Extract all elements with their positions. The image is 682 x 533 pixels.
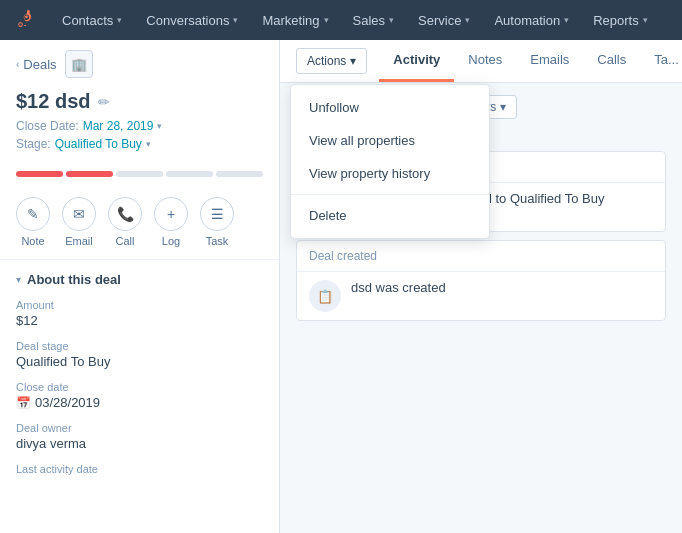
pipeline-step-1 — [16, 171, 63, 177]
close-date-prop-label: Close date — [16, 381, 263, 393]
nav-reports[interactable]: Reports ▾ — [583, 0, 658, 40]
close-date-value[interactable]: Mar 28, 2019 — [83, 119, 154, 133]
close-date-prop-text: 03/28/2019 — [35, 395, 100, 410]
deal-title-section: $12 dsd ✏ Close Date: Mar 28, 2019 ▾ Sta… — [0, 86, 279, 167]
left-panel: ‹ Deals 🏢 $12 dsd ✏ Close Date: Mar 28, … — [0, 40, 280, 533]
dropdown-divider — [291, 194, 489, 195]
actions-label: Actions — [307, 54, 346, 68]
main-layout: ‹ Deals 🏢 $12 dsd ✏ Close Date: Mar 28, … — [0, 40, 682, 533]
actions-button[interactable]: Actions ▾ — [296, 48, 367, 74]
call-button[interactable]: 📞 Call — [108, 197, 142, 247]
nav-service-chevron: ▾ — [465, 15, 470, 25]
calendar-icon: 📅 — [16, 396, 31, 410]
task-button[interactable]: ☰ Task — [200, 197, 234, 247]
users-chevron: ▾ — [500, 100, 506, 114]
note-icon: ✎ — [16, 197, 50, 231]
log-label: Log — [162, 235, 180, 247]
call-label: Call — [116, 235, 135, 247]
close-date-property: Close date 📅 03/28/2019 — [16, 381, 263, 410]
stage-label: Stage: — [16, 137, 51, 151]
about-section-chevron: ▾ — [16, 274, 21, 285]
last-activity-label: Last activity date — [16, 463, 263, 475]
pipeline-step-3 — [116, 171, 163, 177]
tab-tasks[interactable]: Ta... — [640, 40, 682, 82]
hubspot-logo — [12, 6, 40, 34]
breadcrumb-deals-link[interactable]: ‹ Deals — [16, 57, 57, 72]
nav-contacts[interactable]: Contacts ▾ — [52, 0, 132, 40]
dropdown-view-properties[interactable]: View all properties — [291, 124, 489, 157]
nav-sales-chevron: ▾ — [389, 15, 394, 25]
deal-created-content: dsd was created — [351, 280, 653, 297]
pipeline-steps — [16, 171, 263, 177]
nav-contacts-chevron: ▾ — [117, 15, 122, 25]
deal-title-row: $12 dsd ✏ — [16, 90, 263, 113]
close-date-chevron[interactable]: ▾ — [157, 121, 162, 131]
pipeline-step-5 — [216, 171, 263, 177]
note-button[interactable]: ✎ Note — [16, 197, 50, 247]
close-date-row: Close Date: Mar 28, 2019 ▾ — [16, 119, 263, 133]
email-icon: ✉ — [62, 197, 96, 231]
about-section: ▾ About this deal Amount $12 Deal stage … — [0, 259, 279, 499]
nav-reports-chevron: ▾ — [643, 15, 648, 25]
tab-calls[interactable]: Calls — [583, 40, 640, 82]
nav-automation[interactable]: Automation ▾ — [484, 0, 579, 40]
log-icon: + — [154, 197, 188, 231]
deal-created-avatar-icon: 📋 — [317, 289, 333, 304]
deal-stage-label: Deal stage — [16, 340, 263, 352]
top-nav: Contacts ▾ Conversations ▾ Marketing ▾ S… — [0, 0, 682, 40]
deal-created-header-text: Deal created — [309, 249, 377, 263]
breadcrumb-left-chevron: ‹ — [16, 59, 19, 70]
about-section-title: About this deal — [27, 272, 121, 287]
nav-sales[interactable]: Sales ▾ — [343, 0, 405, 40]
actions-dropdown: Unfollow View all properties View proper… — [290, 84, 490, 239]
nav-conversations[interactable]: Conversations ▾ — [136, 0, 248, 40]
phone-icon: 📞 — [108, 197, 142, 231]
nav-conversations-chevron: ▾ — [233, 15, 238, 25]
deal-created-card-body: 📋 dsd was created — [297, 272, 665, 320]
deal-created-avatar: 📋 — [309, 280, 341, 312]
deal-created-main-text: dsd was created — [351, 280, 653, 295]
edit-deal-title-icon[interactable]: ✏ — [98, 94, 110, 110]
deal-title: $12 dsd — [16, 90, 90, 113]
amount-property: Amount $12 — [16, 299, 263, 328]
log-button[interactable]: + Log — [154, 197, 188, 247]
nav-marketing-chevron: ▾ — [324, 15, 329, 25]
svg-point-0 — [25, 15, 28, 18]
email-button[interactable]: ✉ Email — [62, 197, 96, 247]
stage-chevron[interactable]: ▾ — [146, 139, 151, 149]
nav-marketing[interactable]: Marketing ▾ — [252, 0, 338, 40]
close-date-prop-value: 📅 03/28/2019 — [16, 395, 263, 410]
amount-label: Amount — [16, 299, 263, 311]
deal-meta: Close Date: Mar 28, 2019 ▾ Stage: Qualif… — [16, 119, 263, 151]
dropdown-view-history[interactable]: View property history — [291, 157, 489, 190]
deal-created-card-header: Deal created — [297, 241, 665, 272]
note-label: Note — [21, 235, 44, 247]
tab-notes[interactable]: Notes — [454, 40, 516, 82]
close-date-label: Close Date: — [16, 119, 79, 133]
nav-service[interactable]: Service ▾ — [408, 0, 480, 40]
tab-activity[interactable]: Activity — [379, 40, 454, 82]
amount-value: $12 — [16, 313, 263, 328]
deal-created-card: Deal created 📋 dsd was created — [296, 240, 666, 321]
deal-owner-value: divya verma — [16, 436, 263, 451]
breadcrumb: ‹ Deals 🏢 — [0, 40, 279, 86]
breadcrumb-label: Deals — [23, 57, 56, 72]
pipeline-bar — [0, 167, 279, 189]
nav-automation-chevron: ▾ — [564, 15, 569, 25]
stage-row: Stage: Qualified To Buy ▾ — [16, 137, 263, 151]
about-section-header[interactable]: ▾ About this deal — [16, 272, 263, 287]
deal-owner-label: Deal owner — [16, 422, 263, 434]
tab-emails[interactable]: Emails — [516, 40, 583, 82]
deal-stage-value: Qualified To Buy — [16, 354, 263, 369]
dropdown-unfollow[interactable]: Unfollow — [291, 91, 489, 124]
task-icon: ☰ — [200, 197, 234, 231]
pipeline-step-2 — [66, 171, 113, 177]
pipeline-step-4 — [166, 171, 213, 177]
action-buttons: ✎ Note ✉ Email 📞 Call + Log ☰ Task — [0, 189, 279, 259]
breadcrumb-icon-btn[interactable]: 🏢 — [65, 50, 93, 78]
tabs-bar: Actions ▾ Unfollow View all properties V… — [280, 40, 682, 83]
deal-owner-property: Deal owner divya verma — [16, 422, 263, 451]
dropdown-delete[interactable]: Delete — [291, 199, 489, 232]
email-label: Email — [65, 235, 93, 247]
stage-value[interactable]: Qualified To Buy — [55, 137, 142, 151]
